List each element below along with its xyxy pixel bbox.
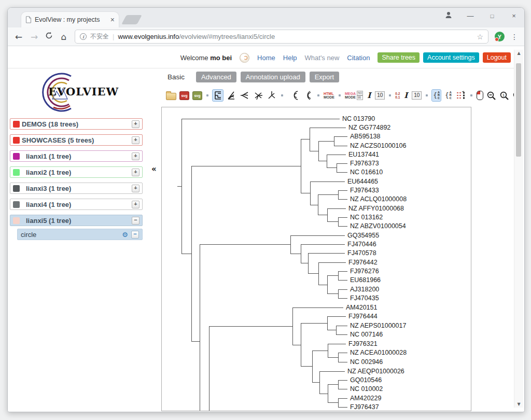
leaf-label[interactable]: NZ AEQP01000026 (347, 368, 404, 375)
url-input[interactable]: i 不安全 | www.evolgenius.info/evolview/#my… (75, 30, 488, 44)
sidebar-collapse-icon[interactable]: « (151, 164, 157, 174)
tree-canvas[interactable]: NC 013790NZ GG774892AB595138NZ ACZS01000… (161, 107, 471, 411)
page-info-icon[interactable]: i (80, 33, 87, 40)
avatar[interactable] (240, 53, 249, 63)
leaf-label[interactable]: NZ ACZS01000106 (350, 142, 406, 149)
leaf-label[interactable]: EU137441 (348, 151, 379, 158)
unrooted-layout-icon-1[interactable] (240, 90, 250, 101)
leaf-label[interactable]: AJ318200 (350, 286, 379, 293)
nav-link-home[interactable]: Home (257, 54, 275, 62)
unrooted-layout-icon-3[interactable] (267, 90, 277, 101)
logout-button[interactable]: Logout (483, 52, 511, 63)
open-file-icon[interactable] (166, 90, 176, 101)
expand-button[interactable]: + (132, 169, 139, 176)
project-item-lianxi5[interactable]: lianxi5 (1 tree)− (10, 215, 143, 226)
leaf-label[interactable]: EU644465 (347, 178, 378, 185)
nav-link-what-s-new[interactable]: What's new (305, 54, 340, 62)
leaf-label[interactable]: EU681966 (350, 276, 381, 284)
project-item-lianxi1[interactable]: lianxi1 (1 tree)+ (10, 150, 143, 162)
leaf-label[interactable]: FJ976276 (350, 268, 379, 275)
refresh-icon[interactable] (45, 32, 53, 41)
circular-layout-icon-2[interactable] (302, 90, 313, 101)
leaf-label[interactable]: GQ010546 (350, 376, 382, 384)
leaf-label[interactable]: NC 016610 (350, 169, 383, 176)
rectangular-layout-icon[interactable] (213, 90, 223, 101)
mouse-scroll-icon[interactable] (477, 90, 483, 101)
leaf-label[interactable]: NZ ACEA01000028 (350, 349, 407, 356)
leaf-label[interactable]: NZ AFFY01000068 (348, 205, 404, 212)
unrooted-layout-icon-2[interactable] (253, 90, 263, 101)
page-scrollbar[interactable]: ▲ ▼ (514, 50, 523, 408)
branch-font-italic-button[interactable]: I (403, 90, 409, 101)
leaf-label[interactable]: FJ470578 (347, 249, 376, 257)
tab-annotation-upload[interactable]: Annotation upload (241, 72, 305, 82)
expand-button[interactable]: + (132, 152, 139, 160)
profile-icon[interactable] (444, 11, 453, 21)
leaf-label[interactable]: NC 013162 (350, 214, 383, 221)
project-item-demos[interactable]: DEMOS (18 trees)+ (10, 118, 143, 130)
zoom-reset-icon[interactable]: 1 (499, 90, 509, 101)
browser-tab[interactable]: EvolView : my projects × (21, 12, 119, 27)
leaf-label[interactable]: GQ354955 (347, 232, 379, 239)
leaf-label[interactable]: NZ GG774892 (348, 124, 390, 131)
leaf-label[interactable]: NC 010002 (350, 385, 383, 393)
new-tab-button[interactable] (121, 15, 142, 24)
leaf-label[interactable]: NC 007146 (350, 331, 383, 338)
scroll-down-icon[interactable]: ▼ (514, 402, 523, 407)
export-svg-green-icon[interactable]: svg (192, 90, 202, 101)
tab-export[interactable]: Export (310, 72, 340, 82)
leaf-label[interactable]: FJ976321 (348, 340, 378, 347)
home-icon[interactable]: ⌂ (59, 32, 68, 42)
leaf-labels-toggle-icon[interactable]: { ABC (432, 90, 441, 101)
tab-basic[interactable]: Basic (167, 73, 185, 81)
leaf-label[interactable]: NC 002946 (350, 358, 383, 366)
forward-icon[interactable]: → (30, 32, 39, 42)
tree-settings-gear-icon[interactable]: ⚙ (122, 231, 128, 238)
account-settings-button[interactable]: Account settings (423, 52, 479, 63)
leaf-font-italic-button[interactable]: I (366, 90, 372, 101)
leaf-label[interactable]: FJ976444 (348, 313, 378, 320)
expand-button[interactable]: + (132, 136, 139, 144)
branch-length-toggle-icon[interactable]: 0.20.1 (395, 90, 400, 101)
export-svg-red-icon[interactable]: svg (179, 90, 189, 101)
leaf-label[interactable]: AB595138 (350, 133, 380, 140)
nav-link-help[interactable]: Help (283, 54, 297, 62)
project-item-lianxi3[interactable]: lianxi3 (1 tree)+ (10, 183, 143, 194)
leaf-label[interactable]: NZ ABZV01000054 (350, 222, 406, 230)
leaf-label[interactable]: AM420151 (346, 304, 378, 311)
slanted-layout-icon[interactable] (226, 90, 236, 101)
scrollbar-thumb[interactable] (516, 63, 521, 157)
leaf-label[interactable]: AM420229 (350, 395, 382, 402)
share-trees-button[interactable]: Share trees (378, 52, 420, 63)
bookmark-star-icon[interactable]: ☆ (477, 33, 483, 41)
project-item-lianxi2[interactable]: lianxi2 (1 tree)+ (10, 166, 143, 178)
tab-advanced[interactable]: Advanced (196, 72, 236, 82)
scroll-up-icon[interactable]: ▲ (514, 51, 523, 55)
expand-button[interactable]: + (132, 185, 139, 192)
tree-item-circle[interactable]: circle⚙− (17, 229, 143, 240)
minimize-button[interactable]: — (466, 12, 474, 20)
back-icon[interactable]: ← (14, 32, 23, 42)
zoom-out-icon[interactable] (486, 90, 496, 101)
leaf-label[interactable]: NZ ACLQ01000008 (350, 195, 407, 203)
extension-icon[interactable]: Y (495, 32, 505, 41)
branch-style-icon[interactable] (456, 90, 466, 101)
circular-layout-icon-1[interactable] (287, 90, 299, 101)
mega-mode-button[interactable]: MEGAMODE NO95 (345, 90, 363, 101)
leaf-font-size-box[interactable]: 10 (375, 90, 385, 101)
leaf-label[interactable]: FJ470446 (347, 241, 376, 248)
project-item-showcases[interactable]: SHOWCASES (5 trees)+ (10, 134, 143, 146)
leaf-label[interactable]: FJ976442 (348, 259, 378, 266)
leaf-label[interactable]: FJ470435 (350, 295, 379, 302)
html-mode-button[interactable]: HTMLMODE (324, 90, 334, 101)
project-item-lianxi4[interactable]: lianxi4 (1 tree)+ (10, 199, 143, 210)
tab-close-icon[interactable]: × (110, 16, 115, 23)
leaf-label[interactable]: FJ976437 (350, 403, 379, 411)
tree-collapse-button[interactable]: − (131, 231, 139, 239)
leaf-label[interactable]: NZ AEPS01000017 (350, 322, 406, 329)
expand-button[interactable]: + (132, 201, 139, 208)
maximize-button[interactable]: □ (488, 13, 496, 19)
leaf-label[interactable]: NC 013790 (342, 115, 375, 122)
browser-menu-icon[interactable]: ⋮ (511, 33, 518, 41)
leaf-label-align-icon[interactable]: { ABC (444, 90, 453, 101)
